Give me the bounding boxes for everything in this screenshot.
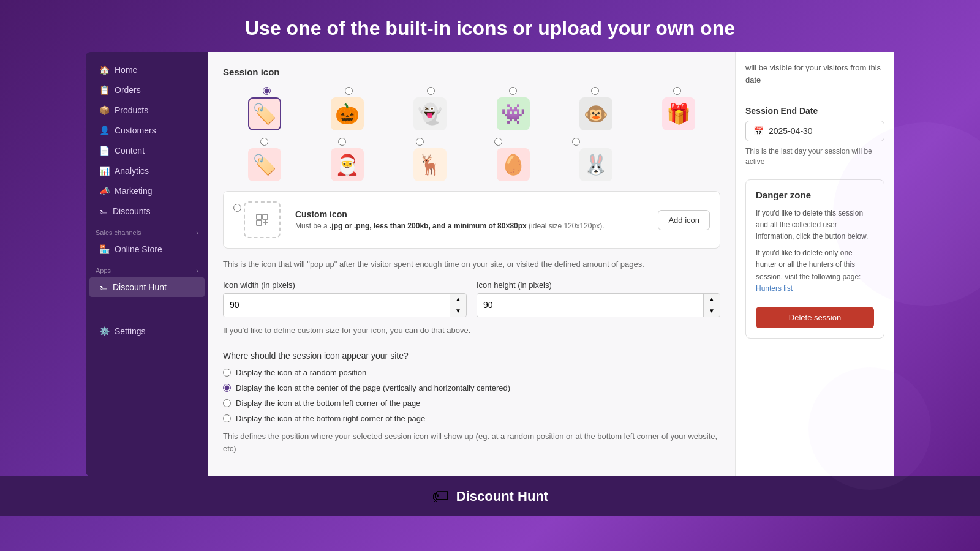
sidebar-item-orders[interactable]: 📋 Orders [89,80,205,100]
position-option-bottom-left[interactable]: Display the icon at the bottom left corn… [223,399,720,408]
icon-radio-6[interactable] [673,87,681,95]
icon-width-stepper: ▲ ▼ [450,294,466,317]
position-radio-bottom-right[interactable] [223,414,231,422]
settings-icon: ⚙️ [99,326,110,336]
icon-radio-10[interactable] [494,138,502,146]
icon-6: 🎁 [662,97,695,130]
position-option-random[interactable]: Display the icon at a random position [223,368,720,377]
svg-rect-1 [263,214,268,219]
icon-radio-3[interactable] [427,87,435,95]
session-end-helper: This is the last day your session will b… [745,146,884,167]
delete-session-button[interactable]: Delete session [756,307,874,328]
sidebar-item-label: Analytics [115,166,149,176]
sidebar: 🏠 Home 📋 Orders 📦 Products 👤 Customers 📄… [86,52,208,476]
custom-icon-desc: Must be a .jpg or .png, less than 200kb,… [295,222,648,230]
icon-helper-text: This is the icon that will "pop up" afte… [223,258,720,271]
icon-height-label: Icon height (in pixels) [477,280,720,290]
icon-height-input-wrapper: ▲ ▼ [477,293,720,317]
icon-2: 🎃 [331,97,364,130]
icon-width-input-wrapper: ▲ ▼ [223,293,467,317]
sidebar-item-label: Content [115,146,145,156]
icon-size-helper: If you'd like to define custom size for … [223,324,720,337]
add-icon-button[interactable]: Add icon [658,210,710,230]
icon-radio-9[interactable] [416,138,424,146]
position-option-center[interactable]: Display the icon at the center of the pa… [223,383,720,392]
apps-expand-icon[interactable]: › [196,267,198,274]
sidebar-item-content[interactable]: 📄 Content [89,141,205,160]
sidebar-item-home[interactable]: 🏠 Home [89,60,205,80]
sidebar-item-customers[interactable]: 👤 Customers [89,121,205,140]
icon-radio-7[interactable] [260,138,268,146]
svg-rect-0 [257,214,262,219]
right-panel: will be visible for your visitors from t… [735,52,894,476]
position-helper: This defines the position where your sel… [223,430,720,454]
danger-zone-title: Danger zone [756,190,874,200]
position-label-random: Display the icon at a random position [236,368,366,377]
icon-height-decrement[interactable]: ▼ [704,305,720,317]
danger-text-2: If you'd like to delete only one hunter … [756,247,874,294]
sales-channels-section: Sales channels › [86,222,208,239]
icon-radio-1[interactable] [263,87,271,95]
products-icon: 📦 [99,105,110,115]
sidebar-item-label: Home [115,65,137,75]
page-title: Use one of the built-in icons or upload … [0,0,980,52]
sales-channels-expand-icon[interactable]: › [196,229,198,236]
position-label-bottom-left: Display the icon at the bottom left corn… [236,399,420,408]
position-label-bottom-right: Display the icon at the bottom right cor… [236,414,425,423]
icon-size-inputs: Icon width (in pixels) ▲ ▼ Icon height (… [223,280,720,317]
danger-text-1: If you'd like to delete this session and… [756,208,874,243]
icon-9: 🦌 [413,148,447,181]
sidebar-item-discounts[interactable]: 🏷 Discounts [89,201,205,221]
custom-icon-radio[interactable] [233,204,241,212]
icon-radio-4[interactable] [509,87,517,95]
apps-section: Apps › [86,260,208,277]
icon-radio-2[interactable] [345,87,353,95]
home-icon: 🏠 [99,65,110,75]
icons-radio-row-2 [223,138,720,146]
sidebar-item-products[interactable]: 📦 Products [89,100,205,120]
orders-icon: 📋 [99,85,110,95]
icons-radio-row-1 [223,87,720,95]
sidebar-item-label: Customers [115,126,156,135]
sidebar-item-marketing[interactable]: 📣 Marketing [89,181,205,201]
icon-radio-11[interactable] [572,138,580,146]
position-label-center: Display the icon at the center of the pa… [236,383,510,392]
icon-width-increment[interactable]: ▲ [450,294,466,305]
icon-height-group: Icon height (in pixels) ▲ ▼ [477,280,720,317]
session-end-date-input[interactable]: 📅 2025-04-30 [745,121,884,141]
icon-width-input[interactable] [224,294,450,317]
sidebar-item-analytics[interactable]: 📊 Analytics [89,161,205,181]
customers-icon: 👤 [99,126,110,135]
position-option-bottom-right[interactable]: Display the icon at the bottom right cor… [223,414,720,423]
footer-title: Discount Hunt [456,489,548,504]
hunters-list-link[interactable]: Hunters list [756,284,793,293]
position-radio-random[interactable] [223,369,231,377]
icon-height-input[interactable] [477,294,703,317]
danger-zone: Danger zone If you'd like to delete this… [745,179,884,339]
svg-rect-2 [257,220,262,225]
icon-1: 🏷️ [248,97,281,130]
discount-hunt-icon: 🏷 [99,282,108,292]
icon-radio-8[interactable] [338,138,346,146]
icon-11: 🐰 [579,148,612,181]
icon-width-decrement[interactable]: ▼ [450,305,466,317]
main-content: Session icon 🏷️ 🎃 👻 👾 🐵 🎁 [208,52,735,476]
sidebar-item-discount-hunt[interactable]: 🏷 Discount Hunt [89,277,205,297]
icon-width-label: Icon width (in pixels) [223,280,467,290]
discounts-icon: 🏷 [99,206,108,216]
sidebar-item-online-store[interactable]: 🏪 Online Store [89,239,205,259]
position-radio-center[interactable] [223,384,231,392]
sidebar-item-settings[interactable]: ⚙️ Settings [89,321,205,341]
icon-height-increment[interactable]: ▲ [704,294,720,305]
position-radio-bottom-left[interactable] [223,399,231,407]
session-icon-title: Session icon [223,67,720,77]
icon-radio-5[interactable] [591,87,599,95]
sidebar-item-label: Orders [115,85,141,95]
footer-logo: 🏷 [432,486,449,506]
icon-5: 🐵 [579,97,612,130]
sidebar-item-label: Marketing [115,186,152,196]
icon-8: 🎅 [331,148,364,181]
session-icon-section: Session icon 🏷️ 🎃 👻 👾 🐵 🎁 [223,67,720,181]
session-end-date-value: 2025-04-30 [769,126,813,136]
icon-3: 👻 [413,97,447,130]
